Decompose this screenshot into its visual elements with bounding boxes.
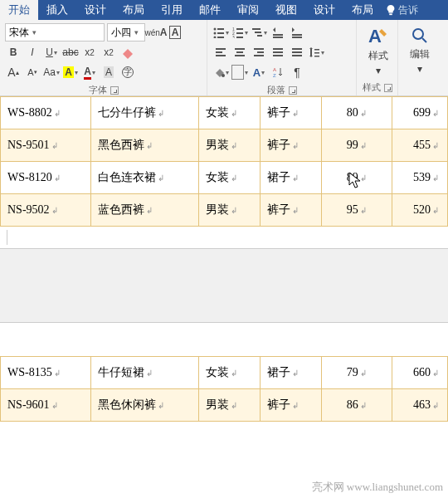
paint-bucket-icon — [213, 66, 225, 78]
numbering-icon: 123 — [232, 27, 244, 38]
tab-layout[interactable]: 布局 — [114, 0, 153, 20]
styles-dialog-launcher[interactable] — [384, 84, 392, 92]
justify-button[interactable] — [270, 44, 286, 61]
indent-icon — [291, 27, 303, 38]
table-cell[interactable]: WS-8802↲ — [1, 97, 91, 129]
group-styles-label: 样式 — [363, 81, 381, 94]
character-shading-button[interactable]: A — [100, 64, 117, 81]
font-dialog-launcher[interactable] — [110, 86, 119, 95]
table-cell[interactable]: 520↲ — [392, 194, 447, 227]
grow-font-button[interactable]: A▴ — [5, 64, 22, 81]
table-cell[interactable]: 黑色西裤↲ — [90, 129, 198, 162]
font-color-button[interactable]: A▾ — [81, 64, 98, 81]
table-cell[interactable]: 女装↲ — [199, 162, 261, 194]
table-cell[interactable]: 蓝色西裤↲ — [90, 194, 198, 227]
table-cell[interactable]: 女装↲ — [199, 357, 261, 389]
styles-button[interactable]: A 样式▾ — [362, 22, 395, 77]
text-highlight-button[interactable]: A▾ — [62, 64, 79, 81]
table-cell[interactable]: 男装↲ — [199, 389, 261, 422]
svg-rect-36 — [314, 49, 319, 51]
table-cell[interactable]: 89↲ — [321, 162, 392, 194]
superscript-button[interactable]: x2 — [100, 44, 117, 61]
shading-button[interactable]: ▾ — [212, 64, 229, 81]
tab-home[interactable]: 开始 — [0, 0, 38, 20]
table-cell[interactable]: 95↲ — [321, 194, 392, 227]
strikethrough-button[interactable]: abc — [62, 44, 79, 61]
bullets-button[interactable]: ▾ — [212, 24, 229, 41]
tab-table-layout[interactable]: 布局 — [343, 0, 382, 20]
underline-button[interactable]: U▾ — [43, 44, 60, 61]
table-cell[interactable]: 黑色休闲裤↲ — [90, 389, 198, 422]
table-cell[interactable]: 99↲ — [321, 129, 392, 162]
table-cell[interactable]: 裤子↲ — [260, 97, 321, 129]
paragraph-dialog-launcher[interactable] — [289, 86, 297, 95]
table-cell[interactable]: NS-9502↲ — [1, 194, 91, 227]
tab-references[interactable]: 引用 — [153, 0, 191, 20]
table-cell[interactable]: 455↲ — [392, 129, 447, 162]
table-cell[interactable]: 男装↲ — [199, 129, 261, 162]
justify-icon — [272, 46, 284, 58]
table-cell[interactable]: 裤子↲ — [260, 129, 321, 162]
table-cell[interactable]: NS-9501↲ — [1, 129, 91, 162]
table-cell[interactable]: 裙子↲ — [260, 162, 321, 194]
table-cell[interactable]: 七分牛仔裤↲ — [90, 97, 198, 129]
change-case-button[interactable]: Aa▾ — [43, 64, 60, 81]
svg-rect-0 — [389, 13, 392, 15]
clear-formatting-button[interactable] — [119, 44, 136, 61]
shrink-font-button[interactable]: A▾ — [24, 64, 41, 81]
tab-insert[interactable]: 插入 — [38, 0, 76, 20]
character-border-button[interactable]: A — [167, 24, 183, 41]
multilevel-list-button[interactable]: ▾ — [251, 24, 267, 41]
page-gap — [0, 248, 448, 323]
increase-indent-button[interactable] — [289, 24, 305, 41]
align-left-button[interactable] — [212, 44, 229, 61]
table-cell[interactable]: 白色连衣裙↲ — [90, 162, 198, 194]
font-size-select[interactable]: 小四▾ — [107, 23, 145, 42]
borders-button[interactable]: ▾ — [231, 64, 248, 81]
table-cell[interactable]: 86↲ — [321, 389, 392, 422]
tab-design[interactable]: 设计 — [76, 0, 114, 20]
table-cell[interactable]: 女装↲ — [199, 97, 261, 129]
table-cell[interactable]: 539↲ — [392, 162, 447, 194]
tab-review[interactable]: 审阅 — [229, 0, 267, 20]
editing-button[interactable]: 编辑▾ — [403, 22, 436, 77]
tab-table-design[interactable]: 设计 — [305, 0, 343, 20]
svg-rect-19 — [292, 37, 302, 38]
svg-rect-27 — [257, 51, 264, 53]
subscript-button[interactable]: x2 — [81, 44, 98, 61]
bold-button[interactable]: B — [5, 44, 22, 61]
align-right-button[interactable] — [251, 44, 267, 61]
tell-me[interactable]: 告诉 — [382, 0, 421, 20]
table-cell[interactable]: 裤子↲ — [260, 194, 321, 227]
phonetic-guide-button[interactable]: wénA — [148, 24, 164, 41]
table-cell[interactable]: 660↲ — [392, 357, 447, 389]
enclose-characters-button[interactable]: 字 — [119, 64, 136, 81]
table-cell[interactable]: 80↲ — [321, 97, 392, 129]
table-cell[interactable]: WS-8135↲ — [1, 357, 91, 389]
table-cell[interactable]: 男装↲ — [199, 194, 261, 227]
group-styles: A 样式▾ 样式 — [357, 20, 398, 95]
table-cell[interactable]: 裤子↲ — [260, 389, 321, 422]
table-cell[interactable]: WS-8120↲ — [1, 162, 91, 194]
numbering-button[interactable]: 123▾ — [231, 24, 248, 41]
table-cell[interactable]: 699↲ — [392, 97, 447, 129]
sort-button[interactable]: AZ — [270, 64, 286, 81]
tab-mailings[interactable]: 邮件 — [191, 0, 229, 20]
table-cell[interactable]: NS-9601↲ — [1, 389, 91, 422]
italic-button[interactable]: I — [24, 44, 41, 61]
align-center-button[interactable] — [231, 44, 248, 61]
tab-view[interactable]: 视图 — [267, 0, 305, 20]
line-spacing-button[interactable]: ▾ — [308, 44, 324, 61]
decrease-indent-button[interactable] — [270, 24, 286, 41]
show-marks-button[interactable]: ¶ — [289, 64, 305, 81]
table-cell[interactable]: 牛仔短裙↲ — [90, 357, 198, 389]
svg-rect-4 — [217, 32, 224, 34]
font-name-select[interactable]: 宋体▾ — [5, 23, 105, 42]
distributed-button[interactable] — [289, 44, 305, 61]
table-cell[interactable]: 裙子↲ — [260, 357, 321, 389]
svg-rect-22 — [216, 55, 226, 56]
svg-rect-8 — [236, 28, 243, 30]
asian-layout-button[interactable]: A▾ — [251, 64, 267, 81]
table-cell[interactable]: 79↲ — [321, 357, 392, 389]
table-cell[interactable]: 463↲ — [392, 389, 447, 422]
